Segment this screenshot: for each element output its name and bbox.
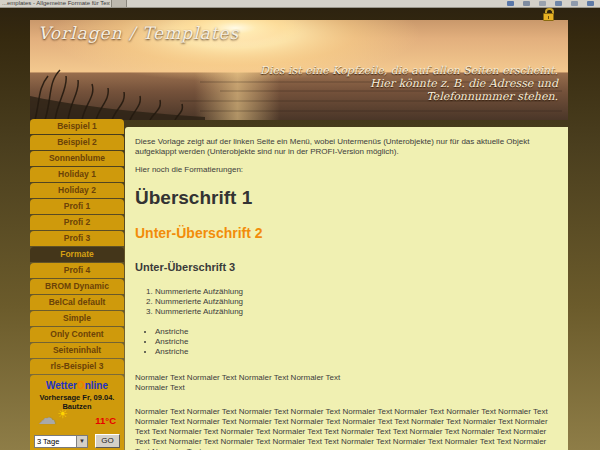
browser-chrome-strip: ...emplates - Allgemeine Formate für Tex… [0, 0, 600, 8]
temperature-value: 11°C [95, 415, 116, 426]
toolbar-icon[interactable] [507, 1, 514, 6]
heading-3: Unter-Überschrift 3 [135, 261, 558, 273]
toolbar-icon[interactable] [539, 1, 546, 6]
tagline-line: Dies ist eine Kopfzeile, die auf allen S… [260, 64, 558, 77]
dropdown-arrow-icon[interactable]: ▼ [76, 436, 87, 447]
numbered-list: Nummerierte Aufzählung Nummerierte Aufzä… [155, 287, 558, 317]
partly-cloudy-icon: ☀ ☁ [38, 412, 70, 430]
sidebar-item-beispiel-2[interactable]: Beispiel 2 [30, 135, 124, 150]
sidebar-item-rls-beispiel-3[interactable]: rls-Beispiel 3 [30, 359, 124, 374]
sidebar-item-holiday-1[interactable]: Holiday 1 [30, 167, 124, 182]
site-wrapper: Vorlagen / Templates Dies ist eine Kopfz… [30, 20, 568, 450]
heading-2: Unter-Überschrift 2 [135, 226, 558, 241]
tab-divider [111, 0, 127, 7]
browser-tab-title[interactable]: ...emplates - Allgemeine Formate für Tex… [2, 0, 110, 7]
sidebar-item-profi-1[interactable]: Profi 1 [30, 199, 124, 214]
sidebar-menu: Beispiel 1 Beispiel 2 Sonnenblume Holida… [30, 119, 124, 375]
tagline-line: Hier könnte z. B. die Adresse und [260, 77, 558, 90]
sidebar-item-only-content[interactable]: Only Content [30, 327, 124, 342]
sidebar-item-simple[interactable]: Simple [30, 311, 124, 326]
sidebar-item-profi-4[interactable]: Profi 4 [30, 263, 124, 278]
header-banner: Vorlagen / Templates Dies ist eine Kopfz… [30, 20, 568, 120]
toolbar-icon[interactable] [523, 1, 530, 6]
bullet-list-item: Anstriche [155, 337, 558, 347]
bullet-list-item: Anstriche [155, 327, 558, 337]
normal-text-paragraph: Normaler Text Normaler Text Normaler Tex… [135, 373, 558, 393]
main-content: Diese Vorlage zeigt auf der linken Seite… [125, 127, 568, 450]
paragraph-line: Normaler Text [135, 383, 185, 392]
sidebar-item-holiday-2[interactable]: Holiday 2 [30, 183, 124, 198]
bullet-list-item: Anstriche [155, 347, 558, 357]
padlock-icon [543, 8, 554, 21]
sidebar-item-belcal-default[interactable]: BelCal default [30, 295, 124, 310]
tagline-line: Telefonnummer stehen. [260, 90, 558, 103]
sun-icon: ☀ [57, 408, 68, 420]
go-button[interactable]: GO [95, 434, 120, 448]
sun-o-icon: O [77, 380, 85, 391]
sidebar-item-profi-2[interactable]: Profi 2 [30, 215, 124, 230]
site-title: Vorlagen / Templates [38, 23, 239, 43]
sidebar-item-beispiel-1[interactable]: Beispiel 1 [30, 119, 124, 134]
browser-toolbar [507, 1, 594, 6]
paragraph-line: Normaler Text Normaler Text Normaler Tex… [135, 373, 340, 382]
sidebar-item-seiteninhalt[interactable]: Seiteninhalt [30, 343, 124, 358]
wetteronline-logo[interactable]: WetterOnline [30, 375, 124, 391]
header-tagline: Dies ist eine Kopfzeile, die auf allen S… [260, 64, 558, 103]
weather-widget: WetterOnline Vorhersage Fr, 09.04. Bautz… [30, 375, 124, 450]
intro-paragraph: Diese Vorlage zeigt auf der linken Seite… [135, 137, 558, 157]
sidebar-item-brom-dynamic[interactable]: BROM Dynamic [30, 279, 124, 294]
sidebar-item-formate[interactable]: Formate [30, 247, 124, 262]
toolbar-icon[interactable] [571, 1, 578, 6]
cloud-icon: ☁ [38, 409, 56, 427]
weather-forecast-date: Vorhersage Fr, 09.04. [30, 393, 124, 402]
forecast-range-value: 3 Tage [35, 436, 76, 447]
formats-label: Hier noch die Formatierungen: [135, 165, 558, 175]
numbered-list-item: Nummerierte Aufzählung [155, 287, 558, 297]
numbered-list-item: Nummerierte Aufzählung [155, 297, 558, 307]
heading-1: Überschrift 1 [135, 187, 558, 208]
bullet-list: Anstriche Anstriche Anstriche [155, 327, 558, 357]
normal-text-paragraph-long: Normaler Text Normaler Text Normaler Tex… [135, 407, 558, 450]
sidebar-item-profi-3[interactable]: Profi 3 [30, 231, 124, 246]
toolbar-icon[interactable] [555, 1, 562, 6]
toolbar-icon[interactable] [587, 1, 594, 6]
numbered-list-item: Nummerierte Aufzählung [155, 307, 558, 317]
forecast-range-select[interactable]: 3 Tage ▼ [34, 435, 88, 448]
sidebar-item-sonnenblume[interactable]: Sonnenblume [30, 151, 124, 166]
